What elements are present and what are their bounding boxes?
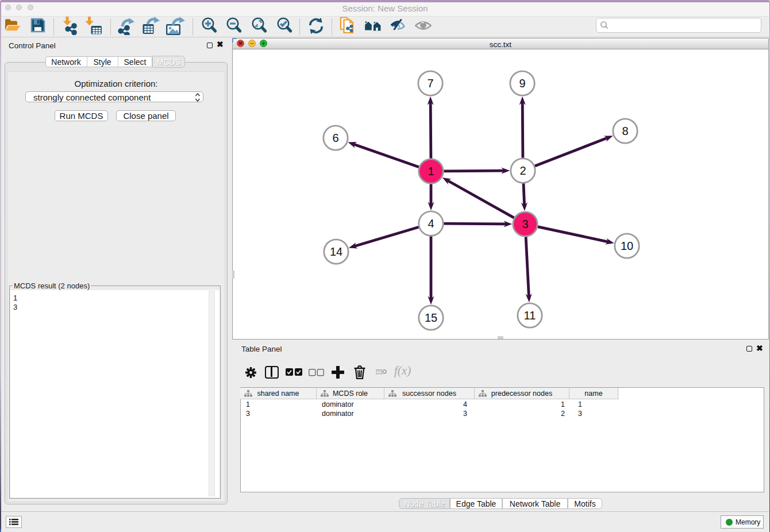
svg-text:6: 6 xyxy=(332,132,338,144)
svg-text:9: 9 xyxy=(519,77,525,90)
svg-text:1: 1 xyxy=(428,165,434,178)
svg-text:4: 4 xyxy=(428,217,434,230)
svg-text:8: 8 xyxy=(622,125,628,137)
svg-text:2: 2 xyxy=(519,164,526,177)
svg-text:11: 11 xyxy=(524,309,536,322)
svg-text:15: 15 xyxy=(425,311,437,324)
svg-text:10: 10 xyxy=(621,240,633,252)
svg-text:3: 3 xyxy=(522,218,528,230)
svg-text:7: 7 xyxy=(427,77,433,90)
svg-text:14: 14 xyxy=(330,245,342,258)
